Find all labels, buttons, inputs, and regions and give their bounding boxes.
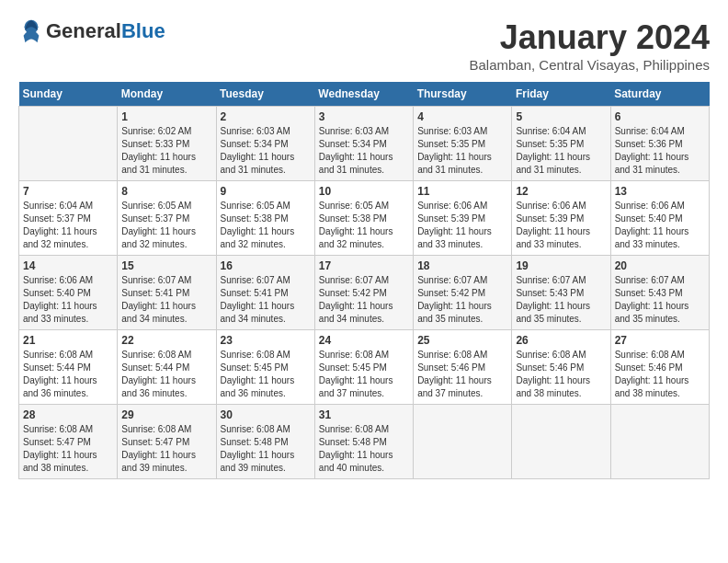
calendar-cell: 24 Sunrise: 6:08 AMSunset: 5:45 PMDaylig…	[314, 330, 413, 405]
day-info: Sunrise: 6:04 AMSunset: 5:36 PMDaylight:…	[615, 125, 705, 177]
calendar-cell: 6 Sunrise: 6:04 AMSunset: 5:36 PMDayligh…	[610, 107, 709, 181]
logo-blue: Blue	[121, 19, 165, 43]
day-info: Sunrise: 6:07 AMSunset: 5:42 PMDaylight:…	[319, 274, 409, 326]
month-title: January 2024	[469, 18, 710, 57]
day-info: Sunrise: 6:03 AMSunset: 5:35 PMDaylight:…	[417, 125, 507, 177]
day-info: Sunrise: 6:06 AMSunset: 5:39 PMDaylight:…	[516, 200, 606, 251]
day-number: 25	[417, 334, 507, 347]
calendar-week-row: 28 Sunrise: 6:08 AMSunset: 5:47 PMDaylig…	[19, 405, 710, 479]
day-number: 6	[615, 110, 705, 123]
day-info: Sunrise: 6:08 AMSunset: 5:47 PMDaylight:…	[23, 423, 113, 475]
logo-general: General	[46, 19, 121, 43]
logo: GeneralBlue	[18, 18, 165, 44]
day-info: Sunrise: 6:07 AMSunset: 5:41 PMDaylight:…	[121, 274, 211, 326]
day-info: Sunrise: 6:06 AMSunset: 5:40 PMDaylight:…	[23, 274, 113, 326]
calendar-cell: 10 Sunrise: 6:05 AMSunset: 5:38 PMDaylig…	[314, 181, 413, 256]
logo-icon	[18, 18, 44, 44]
weekday-header: Sunday	[19, 82, 118, 107]
day-info: Sunrise: 6:06 AMSunset: 5:40 PMDaylight:…	[615, 200, 705, 251]
day-number: 22	[121, 334, 211, 347]
weekday-header: Tuesday	[216, 82, 314, 107]
day-info: Sunrise: 6:06 AMSunset: 5:39 PMDaylight:…	[417, 200, 507, 251]
calendar-cell: 25 Sunrise: 6:08 AMSunset: 5:46 PMDaylig…	[414, 330, 512, 405]
day-number: 21	[23, 334, 113, 347]
day-number: 26	[516, 334, 606, 347]
day-number: 1	[121, 110, 211, 123]
day-info: Sunrise: 6:08 AMSunset: 5:48 PMDaylight:…	[319, 423, 409, 475]
weekday-header: Monday	[118, 82, 216, 107]
day-info: Sunrise: 6:08 AMSunset: 5:48 PMDaylight:…	[221, 423, 311, 475]
day-number: 4	[417, 110, 507, 123]
title-section: January 2024 Balamban, Central Visayas, …	[469, 18, 710, 73]
day-number: 13	[615, 185, 705, 198]
day-info: Sunrise: 6:05 AMSunset: 5:37 PMDaylight:…	[121, 200, 211, 251]
weekday-header: Thursday	[414, 82, 512, 107]
calendar-cell: 13 Sunrise: 6:06 AMSunset: 5:40 PMDaylig…	[610, 181, 709, 256]
weekday-header: Wednesday	[314, 82, 413, 107]
day-number: 29	[121, 408, 211, 421]
calendar-cell: 8 Sunrise: 6:05 AMSunset: 5:37 PMDayligh…	[118, 181, 216, 256]
calendar-cell: 2 Sunrise: 6:03 AMSunset: 5:34 PMDayligh…	[216, 107, 314, 181]
day-info: Sunrise: 6:04 AMSunset: 5:37 PMDaylight:…	[23, 200, 113, 251]
day-info: Sunrise: 6:05 AMSunset: 5:38 PMDaylight:…	[221, 200, 311, 251]
page-header: GeneralBlue January 2024 Balamban, Centr…	[18, 18, 710, 73]
calendar-cell: 31 Sunrise: 6:08 AMSunset: 5:48 PMDaylig…	[314, 405, 413, 479]
day-info: Sunrise: 6:07 AMSunset: 5:43 PMDaylight:…	[615, 274, 705, 326]
calendar-cell: 22 Sunrise: 6:08 AMSunset: 5:44 PMDaylig…	[118, 330, 216, 405]
weekday-header: Friday	[512, 82, 610, 107]
calendar-cell: 1 Sunrise: 6:02 AMSunset: 5:33 PMDayligh…	[118, 107, 216, 181]
day-number: 7	[23, 185, 113, 198]
day-number: 5	[516, 110, 606, 123]
day-number: 16	[221, 259, 311, 272]
day-info: Sunrise: 6:08 AMSunset: 5:44 PMDaylight:…	[121, 349, 211, 400]
weekday-header-row: SundayMondayTuesdayWednesdayThursdayFrid…	[19, 82, 710, 107]
calendar-cell: 11 Sunrise: 6:06 AMSunset: 5:39 PMDaylig…	[414, 181, 512, 256]
day-number: 10	[319, 185, 409, 198]
day-info: Sunrise: 6:05 AMSunset: 5:38 PMDaylight:…	[319, 200, 409, 251]
calendar-cell: 12 Sunrise: 6:06 AMSunset: 5:39 PMDaylig…	[512, 181, 610, 256]
calendar-week-row: 7 Sunrise: 6:04 AMSunset: 5:37 PMDayligh…	[19, 181, 710, 256]
day-info: Sunrise: 6:03 AMSunset: 5:34 PMDaylight:…	[221, 125, 311, 177]
calendar-cell: 19 Sunrise: 6:07 AMSunset: 5:43 PMDaylig…	[512, 256, 610, 330]
calendar-cell: 20 Sunrise: 6:07 AMSunset: 5:43 PMDaylig…	[610, 256, 709, 330]
day-number: 20	[615, 259, 705, 272]
calendar-cell: 21 Sunrise: 6:08 AMSunset: 5:44 PMDaylig…	[19, 330, 118, 405]
day-info: Sunrise: 6:07 AMSunset: 5:41 PMDaylight:…	[221, 274, 311, 326]
day-info: Sunrise: 6:07 AMSunset: 5:42 PMDaylight:…	[417, 274, 507, 326]
day-info: Sunrise: 6:08 AMSunset: 5:45 PMDaylight:…	[319, 349, 409, 400]
calendar-table: SundayMondayTuesdayWednesdayThursdayFrid…	[18, 82, 710, 479]
day-info: Sunrise: 6:08 AMSunset: 5:44 PMDaylight:…	[23, 349, 113, 400]
day-info: Sunrise: 6:08 AMSunset: 5:46 PMDaylight:…	[516, 349, 606, 400]
day-number: 11	[417, 185, 507, 198]
calendar-cell	[414, 405, 512, 479]
day-number: 18	[417, 259, 507, 272]
calendar-cell: 14 Sunrise: 6:06 AMSunset: 5:40 PMDaylig…	[19, 256, 118, 330]
calendar-week-row: 21 Sunrise: 6:08 AMSunset: 5:44 PMDaylig…	[19, 330, 710, 405]
calendar-cell: 15 Sunrise: 6:07 AMSunset: 5:41 PMDaylig…	[118, 256, 216, 330]
calendar-cell: 7 Sunrise: 6:04 AMSunset: 5:37 PMDayligh…	[19, 181, 118, 256]
day-number: 15	[121, 259, 211, 272]
day-number: 31	[319, 408, 409, 421]
calendar-week-row: 1 Sunrise: 6:02 AMSunset: 5:33 PMDayligh…	[19, 107, 710, 181]
calendar-cell: 26 Sunrise: 6:08 AMSunset: 5:46 PMDaylig…	[512, 330, 610, 405]
weekday-header: Saturday	[610, 82, 709, 107]
calendar-cell: 29 Sunrise: 6:08 AMSunset: 5:47 PMDaylig…	[118, 405, 216, 479]
day-info: Sunrise: 6:08 AMSunset: 5:45 PMDaylight:…	[221, 349, 311, 400]
day-info: Sunrise: 6:07 AMSunset: 5:43 PMDaylight:…	[516, 274, 606, 326]
day-number: 8	[121, 185, 211, 198]
calendar-cell: 16 Sunrise: 6:07 AMSunset: 5:41 PMDaylig…	[216, 256, 314, 330]
day-number: 19	[516, 259, 606, 272]
day-number: 3	[319, 110, 409, 123]
day-number: 12	[516, 185, 606, 198]
calendar-cell: 17 Sunrise: 6:07 AMSunset: 5:42 PMDaylig…	[314, 256, 413, 330]
calendar-cell	[610, 405, 709, 479]
calendar-cell: 4 Sunrise: 6:03 AMSunset: 5:35 PMDayligh…	[414, 107, 512, 181]
day-number: 28	[23, 408, 113, 421]
day-info: Sunrise: 6:04 AMSunset: 5:35 PMDaylight:…	[516, 125, 606, 177]
calendar-cell: 3 Sunrise: 6:03 AMSunset: 5:34 PMDayligh…	[314, 107, 413, 181]
calendar-cell: 5 Sunrise: 6:04 AMSunset: 5:35 PMDayligh…	[512, 107, 610, 181]
day-info: Sunrise: 6:08 AMSunset: 5:46 PMDaylight:…	[417, 349, 507, 400]
day-number: 30	[221, 408, 311, 421]
calendar-cell	[512, 405, 610, 479]
calendar-cell: 30 Sunrise: 6:08 AMSunset: 5:48 PMDaylig…	[216, 405, 314, 479]
